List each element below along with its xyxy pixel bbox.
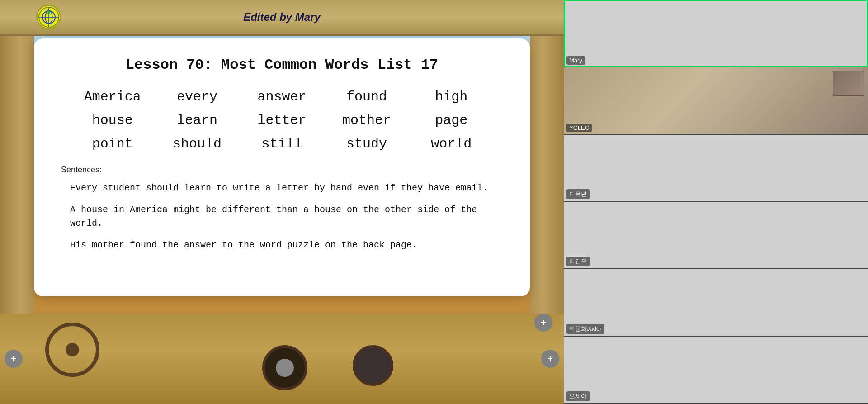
word-cell: found — [324, 89, 409, 105]
participant-name-이건우: 이건우 — [566, 257, 590, 266]
word-cell: still — [240, 136, 324, 152]
right-panel: MaryYGLEC이유빈이건우박동화Jader오세아 — [564, 0, 868, 404]
header-bar: Edited by Mary — [0, 0, 564, 34]
cross-button-right[interactable]: + — [541, 350, 559, 368]
main-area: + + + Edited by Mary Lesson 70: Most Com… — [0, 0, 564, 404]
participant-name-오세아: 오세아 — [566, 391, 590, 401]
word-cell: letter — [240, 113, 324, 128]
steering-wheel — [45, 323, 99, 377]
word-cell: world — [409, 136, 494, 152]
content-card: Lesson 70: Most Common Words List 17 Ame… — [34, 38, 530, 296]
participant-card-YGLEC: YGLEC — [564, 67, 868, 135]
word-grid: Americaeveryanswerfoundhighhouselearnlet… — [61, 89, 503, 152]
video-thumbnail — [833, 71, 864, 96]
sentences-label: Sentences: — [61, 165, 503, 175]
participant-card-이유빈: 이유빈 — [564, 135, 868, 202]
participant-name-이유빈: 이유빈 — [566, 189, 590, 199]
dashboard-compass — [262, 345, 307, 390]
sentences-section: Sentences: Every student should learn to… — [61, 165, 503, 252]
word-cell: learn — [155, 113, 239, 128]
word-cell: high — [409, 89, 494, 105]
cross-button-top-right[interactable]: + — [534, 314, 552, 332]
sentence-item: Every student should learn to write a le… — [61, 181, 503, 195]
lesson-title: Lesson 70: Most Common Words List 17 — [61, 57, 503, 73]
word-cell: America — [70, 89, 155, 105]
word-cell: house — [70, 113, 155, 128]
word-cell: mother — [324, 113, 409, 128]
participant-name-박동화Jader: 박동화Jader — [566, 324, 604, 334]
sentence-item: A house in America might be different th… — [61, 203, 503, 230]
participant-card-이건우: 이건우 — [564, 202, 868, 269]
sentences-container: Every student should learn to write a le… — [61, 181, 503, 252]
video-background — [564, 67, 868, 134]
word-cell: point — [70, 136, 155, 152]
word-cell: should — [155, 136, 239, 152]
word-cell: study — [324, 136, 409, 152]
jeep-bottom: + + + — [0, 314, 564, 404]
participant-card-오세아: 오세아 — [564, 337, 868, 404]
sentence-item: His mother found the answer to the word … — [61, 238, 503, 252]
participant-name-Mary: Mary — [566, 56, 585, 65]
participant-name-YGLEC: YGLEC — [566, 124, 592, 132]
word-cell: every — [155, 89, 239, 105]
header-title: Edited by Mary — [243, 11, 321, 24]
cross-button-left[interactable]: + — [5, 350, 23, 368]
word-cell: answer — [240, 89, 324, 105]
dashboard-circle — [353, 345, 393, 386]
participant-card-Mary: Mary — [564, 0, 868, 67]
word-cell: page — [409, 113, 494, 128]
participant-card-박동화Jader: 박동화Jader — [564, 269, 868, 337]
